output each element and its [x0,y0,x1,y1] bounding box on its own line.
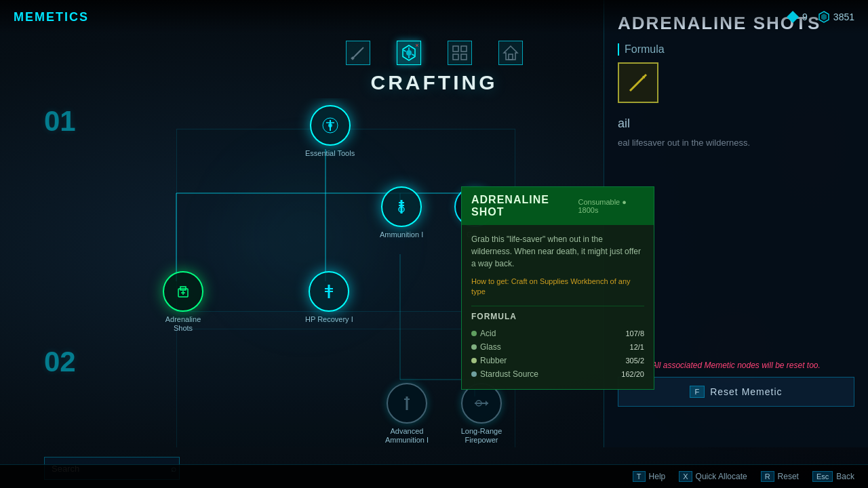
svg-marker-48 [486,401,488,406]
tooltip-cost-value: 1800s [578,206,598,214]
svg-marker-15 [504,46,517,60]
node-label-essential: Essential Tools [305,149,355,158]
section-label-01: 01 [44,105,76,138]
reset-button-bottom[interactable]: R Reset [761,471,799,482]
svg-line-3 [355,50,361,56]
node-label-adrenaline: Adrenaline Shots [156,315,210,333]
stat1-value: 9 [802,12,808,22]
node-hp-recovery[interactable]: HP Recovery I [305,271,353,324]
help-label: Help [649,472,666,481]
node-circle-essential [310,105,351,146]
formula-icon-box [618,62,658,103]
mat-label-0: Acid [480,329,496,338]
nav-icon-1[interactable] [339,37,376,68]
tooltip-cost-icon: ● [622,198,627,206]
formula-rows: Acid 107/8 Glass 12/1 Rubber 305/2 [471,327,644,381]
logo: MEMETICS [14,10,89,24]
reset-btn-label: Reset Memetic [710,386,782,397]
nav-icon-2-img: × [397,41,421,65]
top-bar: MEMETICS 9 3851 [0,0,868,34]
mat-dot-1 [471,344,477,350]
ammo-icon [392,197,411,216]
mat-name-1: Glass [471,342,501,352]
nav-icon-1-img [346,41,370,65]
mat-amount-0: 107/8 [625,329,644,338]
mat-name-0: Acid [471,329,496,338]
formula-row-0: Acid 107/8 [471,327,644,340]
reset-key-hint: F [690,386,705,398]
tooltip-formula-title: FORMULA [471,306,644,321]
home-icon [502,45,519,61]
bottom-bar: T Help X Quick Allocate R Reset Esc Back [0,464,868,488]
tooltip-title: ADRENALINE SHOT [471,194,578,218]
svg-rect-16 [509,54,513,60]
node-label-adv-ammo: Advanced Ammunition I [380,427,434,445]
quick-allocate-key: X [679,471,692,482]
tooltip-header: ADRENALINE SHOT Consumable ● 1800s [462,187,654,225]
stat1-icon [787,11,799,23]
mat-amount-1: 12/1 [630,343,644,351]
formula-row-3: Stardust Source 162/20 [471,367,644,381]
node-advanced-ammo[interactable]: Advanced Ammunition I [380,383,434,445]
detail-label: ail [618,117,854,131]
node-adrenaline[interactable]: Adrenaline Shots [156,271,210,333]
nav-icons: × [339,37,529,68]
node-circle-adv-ammo [387,383,427,424]
svg-rect-11 [453,46,458,52]
node-label-long-range: Long-Range Firepower [454,427,509,445]
formula-row-2: Rubber 305/2 [471,354,644,367]
svg-marker-1 [821,14,827,20]
svg-point-29 [328,123,332,127]
quick-allocate-label: Quick Allocate [696,472,747,481]
stats-area: 9 3851 [787,11,854,23]
formula-item-icon [626,70,650,95]
nav-icon-4[interactable] [492,37,529,68]
tooltip-popup: ADRENALINE SHOT Consumable ● 1800s Grab … [461,186,654,390]
stat-1: 9 [787,11,808,23]
node-ammunition-1[interactable]: Ammunition I [380,186,423,239]
tooltip-body: Grab this "life-saver" when out in the w… [462,225,654,389]
mat-amount-2: 305/2 [625,357,644,365]
node-label-ammo: Ammunition I [380,230,423,239]
mat-label-1: Glass [480,342,501,352]
page-title: CRAFTING [371,71,498,94]
detail-text: eal lifesaver out in the wilderness. [618,136,854,150]
svg-rect-14 [461,54,467,60]
mat-label-3: Stardust Source [480,369,538,379]
mat-dot-0 [471,331,477,336]
help-button[interactable]: T Help [633,471,665,482]
help-key: T [633,471,646,482]
back-label: Back [836,472,854,481]
back-key: Esc [812,471,833,482]
essential-tools-icon [321,116,340,135]
reset-key: R [761,471,774,482]
node-circle-ammo [381,186,422,227]
node-essential-tools[interactable]: Essential Tools [305,105,355,158]
stat2-value: 3851 [833,12,854,22]
nav-icon-2[interactable]: × [390,37,427,68]
hp-recovery-icon [319,282,338,301]
svg-line-10 [412,54,414,56]
adv-ammo-icon [397,394,416,413]
formula-label: Formula [618,43,854,56]
svg-rect-12 [461,46,467,52]
node-long-range[interactable]: Long-Range Firepower [454,383,509,445]
section-label-02: 02 [44,346,76,378]
back-button[interactable]: Esc Back [812,471,854,482]
quick-allocate-button[interactable]: X Quick Allocate [679,471,747,482]
tooltip-description: Grab this "life-saver" when out in the w… [471,233,644,270]
svg-rect-13 [453,54,458,60]
reset-label: Reset [778,472,799,481]
tooltip-how-to-get: How to get: Craft on Supplies Workbench … [471,277,644,298]
mat-dot-3 [471,371,477,377]
mat-label-2: Rubber [480,356,507,365]
svg-line-9 [403,50,406,52]
stat2-icon [818,11,830,23]
gear2-icon [452,45,468,61]
formula-row-1: Glass 12/1 [471,340,644,354]
nav-icon-3[interactable] [441,37,478,68]
stat-2: 3851 [818,11,854,23]
nav-icon-3-img [448,41,472,65]
corner-mark: × [415,42,418,49]
mat-dot-2 [471,358,477,363]
